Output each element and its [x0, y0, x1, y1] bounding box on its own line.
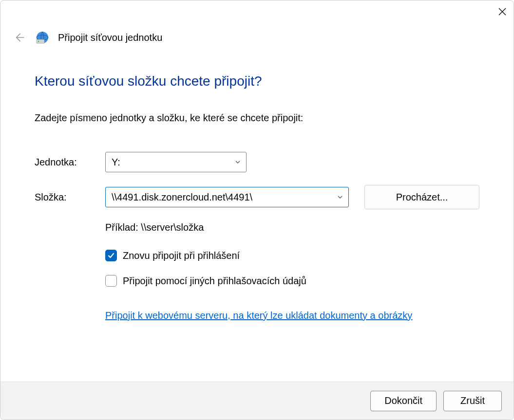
arrow-left-icon: [13, 31, 25, 44]
page-heading: Kterou síťovou složku chcete připojit?: [35, 73, 479, 89]
wizard-header: Připojit síťovou jednotku: [11, 30, 503, 45]
back-button[interactable]: [11, 30, 27, 45]
folder-combobox[interactable]: [105, 187, 349, 207]
wizard-content: Kterou síťovou složku chcete připojit? Z…: [35, 73, 479, 321]
svg-point-3: [38, 41, 39, 42]
page-subtext: Zadejte písmeno jednotky a složku, ke kt…: [35, 112, 479, 124]
reconnect-checkbox-row: Znovu připojit při přihlášení: [105, 250, 479, 261]
check-icon: [107, 252, 115, 259]
chevron-down-icon: [337, 194, 343, 201]
folder-row: Složka: Procházet...: [35, 185, 479, 209]
reconnect-label: Znovu připojit při přihlášení: [123, 250, 240, 261]
folder-input[interactable]: [112, 192, 331, 203]
browse-button[interactable]: Procházet...: [364, 185, 479, 209]
drive-label: Jednotka:: [35, 157, 95, 168]
titlebar: [491, 0, 514, 23]
credentials-checkbox-row: Připojit pomocí jiných přihlašovacích úd…: [105, 275, 479, 287]
connect-webserver-link[interactable]: Připojit k webovému serveru, na který lz…: [105, 310, 412, 321]
reconnect-checkbox[interactable]: [105, 250, 117, 261]
window-title: Připojit síťovou jednotku: [58, 32, 162, 43]
drive-select[interactable]: Y:: [105, 152, 247, 172]
wizard-footer: Dokončit Zrušit: [0, 382, 514, 420]
folder-label: Složka:: [35, 192, 95, 203]
credentials-label: Připojit pomocí jiných přihlašovacích úd…: [123, 275, 306, 287]
finish-button[interactable]: Dokončit: [370, 391, 437, 411]
chevron-down-icon: [234, 159, 241, 165]
cancel-button[interactable]: Zrušit: [443, 391, 502, 411]
svg-rect-2: [37, 39, 44, 43]
credentials-checkbox[interactable]: [105, 275, 117, 287]
close-button[interactable]: [491, 0, 514, 23]
folder-example: Příklad: \\server\složka: [105, 222, 479, 233]
drive-selected-value: Y:: [112, 157, 120, 168]
network-drive-icon: [36, 31, 49, 44]
drive-row: Jednotka: Y:: [35, 152, 479, 172]
close-icon: [498, 8, 506, 16]
options-column: Příklad: \\server\složka Znovu připojit …: [105, 222, 479, 321]
